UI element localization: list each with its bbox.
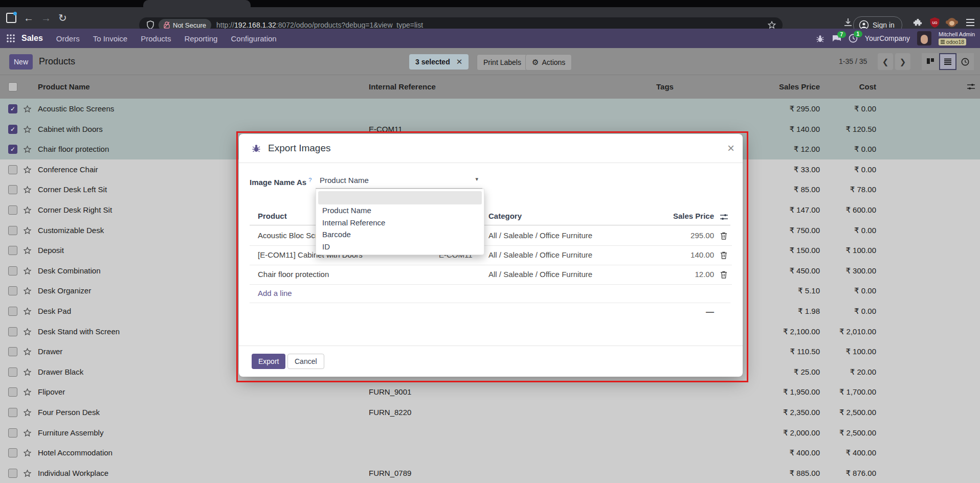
help-icon[interactable]: ? xyxy=(308,177,311,183)
favorite-star-icon[interactable] xyxy=(23,429,32,438)
menu-orders[interactable]: Orders xyxy=(56,34,80,43)
delete-row-icon[interactable] xyxy=(720,251,727,259)
favorite-star-icon[interactable] xyxy=(23,226,32,235)
row-checkbox[interactable] xyxy=(8,367,17,377)
dropdown-option[interactable]: ID xyxy=(322,242,330,251)
row-checkbox[interactable] xyxy=(8,448,17,457)
favorite-star-icon[interactable] xyxy=(23,246,32,255)
table-row[interactable]: FlipoverFURN_9001₹ 1,950.00₹ 1,700.00 xyxy=(0,382,980,403)
company-switcher[interactable]: YourCompany xyxy=(865,34,910,42)
menu-to-invoice[interactable]: To Invoice xyxy=(93,34,128,43)
close-icon[interactable]: × xyxy=(727,141,734,155)
row-checkbox[interactable] xyxy=(8,307,17,316)
table-row[interactable]: Furniture Assembly₹ 2,000.00₹ 2,500.00 xyxy=(0,423,980,444)
selection-chip[interactable]: 3 selected ✕ xyxy=(409,54,469,70)
messages-icon[interactable]: 7 xyxy=(832,34,841,43)
cancel-button[interactable]: Cancel xyxy=(287,354,324,369)
adblock-shield-icon[interactable]: uo xyxy=(930,17,940,28)
row-checkbox[interactable] xyxy=(8,387,17,397)
debug-bug-icon[interactable] xyxy=(816,34,825,43)
app-name[interactable]: Sales xyxy=(21,34,43,43)
favorite-star-icon[interactable] xyxy=(23,267,32,275)
favorite-star-icon[interactable] xyxy=(23,388,32,397)
col-sales-price[interactable]: Sales Price xyxy=(743,82,820,91)
favorite-star-icon[interactable] xyxy=(23,469,32,478)
favorite-star-icon[interactable] xyxy=(23,145,32,154)
menu-reporting[interactable]: Reporting xyxy=(184,34,217,43)
url-text[interactable]: http://192.168.1.32:8072/odoo/products?d… xyxy=(216,21,423,29)
user-menu[interactable]: Mitchell Admin odoo18 xyxy=(939,31,975,45)
delete-row-icon[interactable] xyxy=(720,232,727,240)
monkey-extension-icon[interactable] xyxy=(947,18,956,27)
favorite-star-icon[interactable] xyxy=(23,348,32,356)
avatar[interactable] xyxy=(917,31,931,45)
table-row[interactable]: Four Person DeskFURN_8220₹ 2,350.00₹ 2,5… xyxy=(0,402,980,423)
row-checkbox[interactable] xyxy=(8,185,17,194)
row-checkbox[interactable] xyxy=(8,347,17,356)
pager-prev-button[interactable]: ❮ xyxy=(878,53,893,70)
list-view-icon[interactable] xyxy=(939,53,956,70)
favorite-star-icon[interactable] xyxy=(23,449,32,457)
table-row[interactable]: Hotel Accommodation₹ 400.00₹ 400.00 xyxy=(0,443,980,464)
new-button[interactable]: New xyxy=(9,54,33,70)
favorite-star-icon[interactable] xyxy=(23,368,32,377)
kanban-view-icon[interactable] xyxy=(922,53,939,70)
row-checkbox[interactable] xyxy=(8,165,17,174)
row-checkbox[interactable]: ✓ xyxy=(8,145,17,154)
apps-grid-icon[interactable] xyxy=(6,34,15,43)
row-checkbox[interactable]: ✓ xyxy=(8,125,17,134)
activity-view-icon[interactable] xyxy=(956,53,974,70)
menu-products[interactable]: Products xyxy=(141,34,171,43)
table-row[interactable]: ✓Acoustic Bloc Screens₹ 295.00₹ 0.00 xyxy=(0,99,980,120)
favorite-star-icon[interactable] xyxy=(23,307,32,316)
reload-icon[interactable]: ↻ xyxy=(58,7,67,29)
table-row[interactable]: Individual WorkplaceFURN_0789₹ 885.00₹ 8… xyxy=(0,463,980,483)
row-checkbox[interactable] xyxy=(8,469,17,478)
favorite-star-icon[interactable] xyxy=(23,328,32,336)
row-checkbox[interactable]: ✓ xyxy=(8,104,17,113)
col-cost[interactable]: Cost xyxy=(815,82,876,91)
dropdown-option[interactable]: Product Name xyxy=(322,206,371,215)
menu-icon[interactable] xyxy=(966,18,975,27)
download-icon[interactable] xyxy=(843,17,853,28)
col-product-name[interactable]: Product Name xyxy=(38,82,90,91)
row-checkbox[interactable] xyxy=(8,327,17,336)
activities-icon[interactable]: 1 xyxy=(849,34,858,43)
row-checkbox[interactable] xyxy=(8,286,17,295)
row-checkbox[interactable] xyxy=(8,428,17,438)
pager-next-button[interactable]: ❯ xyxy=(895,53,910,70)
favorite-star-icon[interactable] xyxy=(23,186,32,194)
actions-button[interactable]: ⚙ Actions xyxy=(525,54,572,71)
browser-active-tab[interactable] xyxy=(143,0,251,7)
dropdown-option[interactable]: Internal Reference xyxy=(322,218,385,227)
row-checkbox[interactable] xyxy=(8,266,17,275)
menu-configuration[interactable]: Configuration xyxy=(231,34,276,43)
favorite-star-icon[interactable] xyxy=(23,125,32,134)
back-arrow[interactable]: ← xyxy=(24,7,34,29)
print-labels-button[interactable]: Print Labels xyxy=(477,54,528,71)
image-name-as-select[interactable]: Product Name ▾ xyxy=(316,173,482,189)
add-a-line-link[interactable]: Add a line xyxy=(258,289,292,297)
favorite-star-icon[interactable] xyxy=(23,105,32,113)
clear-selection-icon[interactable]: ✕ xyxy=(456,57,463,66)
extension-icon[interactable] xyxy=(913,18,923,28)
optional-columns-icon[interactable] xyxy=(720,213,728,221)
favorite-star-icon[interactable] xyxy=(23,287,32,295)
window-icon[interactable] xyxy=(6,13,16,23)
col-internal-reference[interactable]: Internal Reference xyxy=(369,82,436,91)
dropdown-option-empty[interactable] xyxy=(318,191,482,204)
row-checkbox[interactable] xyxy=(8,246,17,255)
modal-table-row[interactable]: Chair floor protectionAll / Saleable / O… xyxy=(250,265,732,285)
favorite-star-icon[interactable] xyxy=(23,206,32,215)
select-all-checkbox[interactable] xyxy=(8,82,17,91)
dropdown-option[interactable]: Barcode xyxy=(322,230,351,239)
export-button[interactable]: Export xyxy=(252,354,285,369)
col-tags[interactable]: Tags xyxy=(656,82,674,91)
adjust-columns-icon[interactable] xyxy=(967,83,975,90)
delete-row-icon[interactable] xyxy=(720,271,727,279)
favorite-star-icon[interactable] xyxy=(23,166,32,174)
row-checkbox[interactable] xyxy=(8,226,17,235)
row-checkbox[interactable] xyxy=(8,408,17,417)
forward-arrow[interactable]: → xyxy=(41,7,51,29)
row-checkbox[interactable] xyxy=(8,205,17,215)
